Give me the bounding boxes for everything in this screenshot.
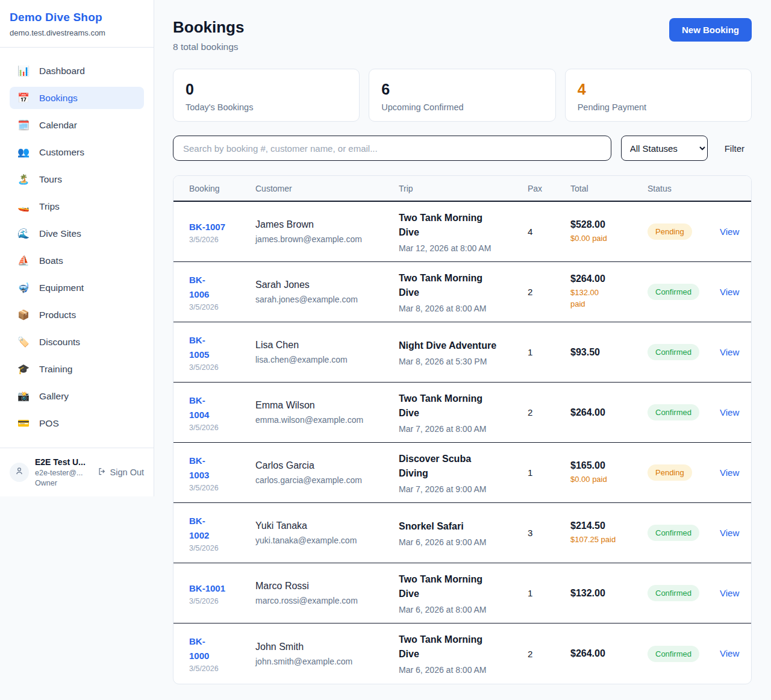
nav-item-label: Discounts xyxy=(39,337,80,348)
user-name: E2E Test U... xyxy=(35,457,92,467)
pax-cell: 1 xyxy=(528,467,570,478)
user-role: Owner xyxy=(35,479,92,487)
sidebar-item-calendar[interactable]: 🗓️ Calendar xyxy=(10,114,144,136)
booking-date: 3/5/2026 xyxy=(189,544,249,552)
trip-name: Two Tank Morning Dive xyxy=(399,392,522,420)
page-header-text: Bookings 8 total bookings xyxy=(173,18,244,52)
sidebar-item-pos[interactable]: 💳 POS xyxy=(10,412,144,434)
status-cell: Confirmed xyxy=(648,525,720,541)
view-link[interactable]: View xyxy=(720,227,739,237)
sidebar-item-training[interactable]: 🎓 Training xyxy=(10,358,144,380)
customer-name: Yuki Tanaka xyxy=(255,520,393,531)
new-booking-button[interactable]: New Booking xyxy=(669,18,752,42)
sidebar-item-discounts[interactable]: 🏷️ Discounts xyxy=(10,331,144,353)
brand-title: Demo Dive Shop xyxy=(10,11,144,24)
trip-date: Mar 6, 2026 at 8:00 AM xyxy=(399,665,522,675)
customer-cell: Yuki Tanaka yuki.tanaka@example.com xyxy=(255,520,399,545)
sidebar-item-bookings[interactable]: 📅 Bookings xyxy=(10,87,144,109)
sidebar-item-products[interactable]: 📦 Products xyxy=(10,304,144,326)
total-amount: $264.00 xyxy=(570,648,641,659)
total-amount: $528.00 xyxy=(570,219,641,230)
sidebar-item-trips[interactable]: 🚤 Trips xyxy=(10,195,144,217)
sidebar-item-gallery[interactable]: 📸 Gallery xyxy=(10,385,144,407)
column-header-trip: Trip xyxy=(399,184,528,193)
status-cell: Pending xyxy=(648,464,720,481)
view-link[interactable]: View xyxy=(720,407,739,417)
customer-cell: Sarah Jones sarah.jones@example.com xyxy=(255,280,399,304)
user-block: E2E Test U... e2e-tester@... Owner Sign … xyxy=(0,448,154,496)
booking-date: 3/5/2026 xyxy=(189,236,249,244)
sidebar-item-dive-sites[interactable]: 🌊 Dive Sites xyxy=(10,222,144,245)
search-input[interactable] xyxy=(173,136,611,161)
total-cell: $264.00 xyxy=(570,407,648,418)
nav-item-icon: 💳 xyxy=(17,417,30,429)
trip-cell: Two Tank Morning Dive Mar 6, 2026 at 8:0… xyxy=(399,572,528,614)
total-cell: $132.00 xyxy=(570,588,648,599)
booking-date: 3/5/2026 xyxy=(189,303,249,311)
avatar xyxy=(10,463,29,482)
booking-id-link[interactable]: BK-1001 xyxy=(189,581,249,596)
table-body: BK-1007 3/5/2026 James Brown james.brown… xyxy=(173,202,751,684)
status-filter-select[interactable]: All Statuses xyxy=(621,136,708,161)
brand-block: Demo Dive Shop demo.test.divestreams.com xyxy=(0,0,154,48)
customer-cell: Carlos Garcia carlos.garcia@example.com xyxy=(255,460,399,485)
stat-card-upcoming-confirmed: 6 Upcoming Confirmed xyxy=(369,69,555,122)
nav-item-icon: 📸 xyxy=(17,390,30,402)
sidebar-item-dashboard[interactable]: 📊 Dashboard xyxy=(10,60,144,82)
booking-cell: BK- 1006 3/5/2026 xyxy=(189,273,255,311)
booking-id-link[interactable]: BK- 1000 xyxy=(189,634,249,663)
view-link[interactable]: View xyxy=(720,588,739,598)
customer-email: marco.rossi@example.com xyxy=(255,596,393,605)
column-header-pax: Pax xyxy=(528,184,570,193)
booking-cell: BK- 1003 3/5/2026 xyxy=(189,454,255,492)
customer-cell: Marco Rossi marco.rossi@example.com xyxy=(255,581,399,605)
booking-id-link[interactable]: BK- 1005 xyxy=(189,333,249,362)
view-link[interactable]: View xyxy=(720,287,739,297)
status-cell: Confirmed xyxy=(648,646,720,662)
booking-cell: BK-1001 3/5/2026 xyxy=(189,581,255,605)
nav-item-label: Dashboard xyxy=(39,66,85,77)
booking-id-link[interactable]: BK-1007 xyxy=(189,220,249,234)
booking-date: 3/5/2026 xyxy=(189,423,249,432)
booking-id-link[interactable]: BK- 1002 xyxy=(189,514,249,543)
pax-cell: 4 xyxy=(528,227,570,237)
view-link[interactable]: View xyxy=(720,467,739,478)
status-badge: Confirmed xyxy=(648,344,699,360)
view-link[interactable]: View xyxy=(720,528,739,538)
sidebar: Demo Dive Shop demo.test.divestreams.com… xyxy=(0,0,154,496)
view-link[interactable]: View xyxy=(720,648,739,658)
nav-item-label: Bookings xyxy=(39,93,78,104)
trip-date: Mar 6, 2026 at 9:00 AM xyxy=(399,537,522,547)
nav-item-icon: 📅 xyxy=(17,92,30,104)
person-icon xyxy=(14,466,24,478)
trip-cell: Two Tank Morning Dive Mar 12, 2026 at 8:… xyxy=(399,211,528,253)
stat-value: 0 xyxy=(186,81,347,98)
sidebar-item-customers[interactable]: 👥 Customers xyxy=(10,141,144,163)
stats-row: 0 Today's Bookings 6 Upcoming Confirmed … xyxy=(173,69,752,122)
nav-item-icon: 🗓️ xyxy=(17,119,30,131)
paid-amount: $0.00 paid xyxy=(570,233,641,245)
sign-out-button[interactable]: Sign Out xyxy=(98,467,144,478)
customer-cell: Emma Wilson emma.wilson@example.com xyxy=(255,400,399,425)
sidebar-nav: 📊 Dashboard 📅 Bookings 🗓️ Calendar 👥 Cus… xyxy=(0,48,154,448)
sidebar-item-equipment[interactable]: 🤿 Equipment xyxy=(10,277,144,299)
view-link[interactable]: View xyxy=(720,347,739,357)
trip-date: Mar 6, 2026 at 8:00 AM xyxy=(399,605,522,614)
trip-name: Two Tank Morning Dive xyxy=(399,572,522,601)
booking-id-link[interactable]: BK- 1003 xyxy=(189,454,249,483)
booking-id-link[interactable]: BK- 1006 xyxy=(189,273,249,302)
pax-cell: 3 xyxy=(528,528,570,538)
paid-amount: $0.00 paid xyxy=(570,474,641,486)
nav-item-icon: 🎓 xyxy=(17,363,30,375)
table-row: BK- 1006 3/5/2026 Sarah Jones sarah.jone… xyxy=(173,262,751,322)
pax-cell: 1 xyxy=(528,347,570,357)
nav-item-icon: ⛵ xyxy=(17,255,30,266)
booking-id-link[interactable]: BK- 1004 xyxy=(189,393,249,422)
sidebar-item-boats[interactable]: ⛵ Boats xyxy=(10,249,144,272)
filter-button[interactable]: Filter xyxy=(717,143,752,154)
sidebar-item-tours[interactable]: 🏝️ Tours xyxy=(10,168,144,190)
customer-name: James Brown xyxy=(255,219,393,230)
total-cell: $165.00 $0.00 paid xyxy=(570,460,648,486)
page-header: Bookings 8 total bookings New Booking xyxy=(173,18,752,52)
main-content: Bookings 8 total bookings New Booking 0 … xyxy=(154,0,771,700)
